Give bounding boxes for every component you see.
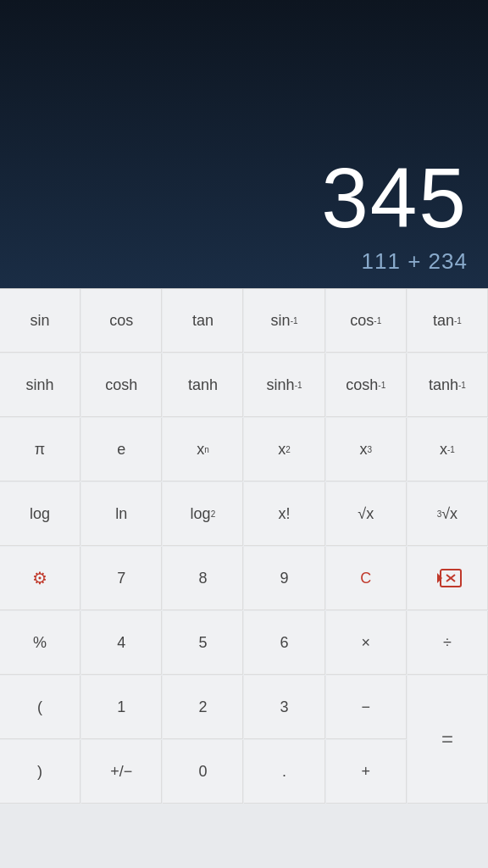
arcsinh-button[interactable]: sinh-1 <box>244 353 324 417</box>
equals-button[interactable]: = <box>408 676 488 804</box>
settings-button[interactable]: ⚙ <box>0 547 80 610</box>
xcubed-button[interactable]: x3 <box>326 418 407 481</box>
xinverse-button[interactable]: x-1 <box>408 418 488 481</box>
pi-button[interactable]: π <box>0 418 80 481</box>
add-button[interactable]: + <box>326 740 407 804</box>
sinh-button[interactable]: sinh <box>0 353 80 417</box>
xn-button[interactable]: xn <box>163 418 243 481</box>
log2-button[interactable]: log2 <box>163 482 243 546</box>
ln-button[interactable]: ln <box>81 482 162 546</box>
tanh-button[interactable]: tanh <box>163 353 243 417</box>
9-button[interactable]: 9 <box>244 547 324 610</box>
7-button[interactable]: 7 <box>81 547 162 610</box>
percent-button[interactable]: % <box>0 611 80 675</box>
clear-button[interactable]: C <box>326 547 407 610</box>
sin-button[interactable]: sin <box>0 289 80 353</box>
arctanh-button[interactable]: tanh-1 <box>408 353 488 417</box>
arccos-button[interactable]: cos-1 <box>326 289 407 353</box>
1-button[interactable]: 1 <box>81 676 162 739</box>
backspace-button[interactable] <box>408 547 488 610</box>
2-button[interactable]: 2 <box>163 676 243 739</box>
arccosh-button[interactable]: cosh-1 <box>326 353 407 417</box>
tan-button[interactable]: tan <box>163 289 243 353</box>
6-button[interactable]: 6 <box>244 611 324 675</box>
3-button[interactable]: 3 <box>244 676 324 739</box>
xsquared-button[interactable]: x2 <box>244 418 324 481</box>
cbrt-button[interactable]: 3√x <box>408 482 488 546</box>
arctan-button[interactable]: tan-1 <box>408 289 488 353</box>
cos-button[interactable]: cos <box>81 289 162 353</box>
log-button[interactable]: log <box>0 482 80 546</box>
open-paren-button[interactable]: ( <box>0 676 80 739</box>
factorial-button[interactable]: x! <box>244 482 324 546</box>
0-button[interactable]: 0 <box>163 740 243 804</box>
backspace-icon <box>432 568 463 588</box>
e-button[interactable]: e <box>81 418 162 481</box>
expression-display: 111 + 234 <box>362 248 468 275</box>
keypad-grid: sin cos tan sin-1 cos-1 tan-1 sinh cosh … <box>0 288 488 868</box>
close-paren-button[interactable]: ) <box>0 740 80 804</box>
toggle-sign-button[interactable]: +/− <box>81 740 162 804</box>
sqrt-button[interactable]: √x <box>326 482 407 546</box>
divide-button[interactable]: ÷ <box>408 611 488 675</box>
main-result: 345 <box>321 155 468 240</box>
gear-icon: ⚙ <box>32 568 47 588</box>
subtract-button[interactable]: − <box>326 676 407 739</box>
decimal-button[interactable]: . <box>244 740 324 804</box>
arcsin-button[interactable]: sin-1 <box>244 289 324 353</box>
8-button[interactable]: 8 <box>163 547 243 610</box>
multiply-button[interactable]: × <box>326 611 407 675</box>
5-button[interactable]: 5 <box>163 611 243 675</box>
cosh-button[interactable]: cosh <box>81 353 162 417</box>
4-button[interactable]: 4 <box>81 611 162 675</box>
display-area: 345 111 + 234 <box>0 0 488 288</box>
